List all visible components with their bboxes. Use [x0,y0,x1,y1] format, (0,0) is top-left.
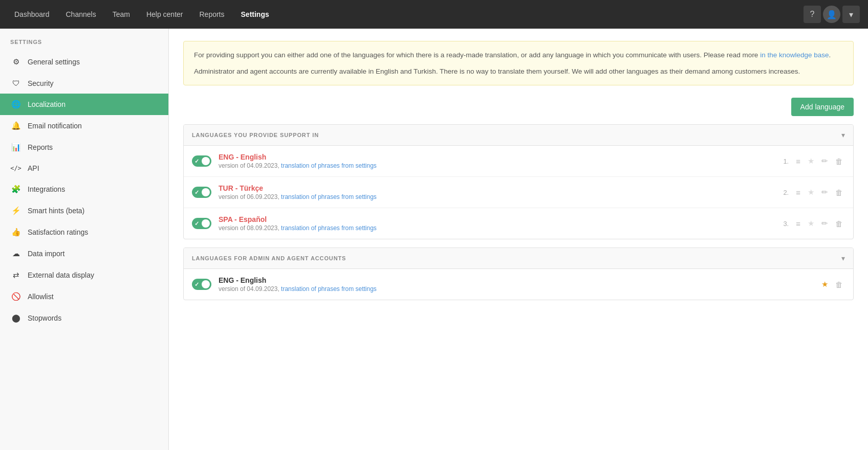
lang-name-admin-eng: ENG - English [219,276,812,284]
reorder-icon-eng[interactable]: ≡ [794,155,802,168]
bolt-icon: ⚡ [10,206,21,215]
admin-languages-section: LANGUAGES FOR ADMIN AND AGENT ACCOUNTS ▾… [183,248,854,300]
sidebar-item-email-notification[interactable]: 🔔 Email notification [0,115,168,137]
sidebar-item-satisfaction-ratings[interactable]: 👍 Satisfaction ratings [0,221,168,243]
lang-name-spa: SPA - Español [219,215,776,223]
sidebar-item-data-import[interactable]: ☁ Data import [0,243,168,264]
nav-help-center[interactable]: Help center [140,6,189,22]
language-row-admin-eng: ✓ ENG - English version of 04.09.2023, t… [184,269,853,300]
info-text-1: For providing support you can either add… [194,51,760,59]
sidebar-item-label: Integrations [28,185,65,193]
sidebar-heading: SETTINGS [0,39,168,51]
lang-num-eng: 1. [783,158,789,165]
toggle-tur[interactable]: ✓ [192,187,211,198]
star-icon-spa[interactable]: ★ [806,217,816,230]
chart-icon: 📊 [10,143,21,152]
sidebar-item-label: Stopwords [28,314,61,322]
chevron-down-icon[interactable]: ▾ [841,131,845,139]
info-text-3: Administrator and agent accounts are cur… [194,68,800,75]
sidebar-item-label: General settings [28,58,80,66]
nav-settings[interactable]: Settings [235,6,275,22]
toggle-admin-eng[interactable]: ✓ [192,279,211,290]
section-header-support: LANGUAGES YOU PROVIDE SUPPORT IN ▾ [184,125,853,146]
reorder-icon-spa[interactable]: ≡ [794,217,802,230]
sidebar-item-label: Email notification [28,122,82,130]
info-text-2: . [829,51,831,59]
lang-num-spa: 3. [783,220,789,228]
lang-actions-admin-eng: ★ 🗑 [819,278,845,291]
app-layout: SETTINGS ⚙ General settings 🛡 Security 🌐… [0,29,868,450]
sidebar-item-api[interactable]: </> API [0,158,168,178]
nav-dashboard[interactable]: Dashboard [8,6,56,22]
delete-icon-eng[interactable]: 🗑 [833,155,845,168]
knowledge-base-link[interactable]: in the knowledge base [760,51,829,59]
lang-info-admin-eng: ENG - English version of 04.09.2023, tra… [219,276,812,292]
block-icon: 🚫 [10,292,21,301]
sidebar-item-integrations[interactable]: 🧩 Integrations [0,178,168,200]
translation-link-spa[interactable]: translation of phrases from settings [281,224,377,232]
translation-link-admin-eng[interactable]: translation of phrases from settings [281,285,377,292]
lang-actions-tur: 2. ≡ ★ ✏ 🗑 [783,186,845,199]
support-languages-section: LANGUAGES YOU PROVIDE SUPPORT IN ▾ ✓ ENG… [183,124,854,239]
exchange-icon: ⇄ [10,271,21,280]
lang-version-spa: version of 08.09.2023, translation of ph… [219,224,776,232]
top-nav: Dashboard Channels Team Help center Repo… [0,0,868,29]
lang-actions-eng: 1. ≡ ★ ✏ 🗑 [783,154,845,168]
add-language-button[interactable]: Add language [791,98,854,116]
nav-channels[interactable]: Channels [60,6,102,22]
star-icon-admin-eng[interactable]: ★ [819,278,830,291]
toggle-spa[interactable]: ✓ [192,218,211,229]
sidebar-item-label: Data import [28,250,64,258]
translation-link-tur[interactable]: translation of phrases from settings [281,193,377,200]
sidebar-item-security[interactable]: 🛡 Security [0,73,168,94]
edit-icon-eng[interactable]: ✏ [819,154,830,168]
language-row-tur: ✓ TUR - Türkçe version of 06.09.2023, tr… [184,177,853,208]
globe-icon: 🌐 [10,100,21,109]
sidebar-item-label: Security [28,79,54,87]
lang-version-eng: version of 04.09.2023, translation of ph… [219,162,776,169]
lang-version-admin-eng: version of 04.09.2023, translation of ph… [219,285,812,292]
delete-icon-tur[interactable]: 🗑 [833,186,845,199]
user-avatar-button[interactable]: 👤 [823,6,840,23]
star-icon-eng[interactable]: ★ [806,154,816,168]
edit-icon-spa[interactable]: ✏ [819,217,830,230]
star-icon-tur[interactable]: ★ [806,186,816,199]
sidebar-item-label: Localization [28,100,66,108]
language-row-spa: ✓ SPA - Español version of 08.09.2023, t… [184,208,853,239]
sidebar-item-label: Smart hints (beta) [28,207,84,215]
lang-version-tur: version of 06.09.2023, translation of ph… [219,193,776,200]
delete-icon-spa[interactable]: 🗑 [833,217,845,230]
sidebar-item-label: API [28,164,39,172]
circle-icon: ⬤ [10,313,21,323]
sidebar: SETTINGS ⚙ General settings 🛡 Security 🌐… [0,29,169,450]
toggle-eng[interactable]: ✓ [192,155,211,167]
translation-link-eng[interactable]: translation of phrases from settings [281,162,377,169]
delete-icon-admin-eng[interactable]: 🗑 [833,278,845,291]
nav-reports[interactable]: Reports [193,6,230,22]
edit-icon-tur[interactable]: ✏ [819,186,830,199]
sidebar-item-general-settings[interactable]: ⚙ General settings [0,51,168,73]
sidebar-item-label: Satisfaction ratings [28,228,88,236]
reorder-icon-tur[interactable]: ≡ [794,186,802,199]
lang-name-eng: ENG - English [219,153,776,161]
sidebar-item-allowlist[interactable]: 🚫 Allowlist [0,286,168,307]
help-button[interactable]: ? [804,6,821,23]
puzzle-icon: 🧩 [10,185,21,194]
sidebar-item-localization[interactable]: 🌐 Localization [0,94,168,115]
language-row-eng: ✓ ENG - English version of 04.09.2023, t… [184,146,853,177]
chevron-down-icon-admin[interactable]: ▾ [841,254,845,262]
sidebar-item-reports[interactable]: 📊 Reports [0,137,168,158]
user-menu-button[interactable]: ▾ [842,6,860,23]
header-row: Add language [183,98,854,116]
lang-actions-spa: 3. ≡ ★ ✏ 🗑 [783,217,845,230]
sidebar-item-label: External data display [28,271,94,279]
nav-team[interactable]: Team [106,6,136,22]
sidebar-item-external-data[interactable]: ⇄ External data display [0,264,168,286]
lang-info-spa: SPA - Español version of 08.09.2023, tra… [219,215,776,232]
sidebar-item-smart-hints[interactable]: ⚡ Smart hints (beta) [0,200,168,221]
sidebar-item-stopwords[interactable]: ⬤ Stopwords [0,307,168,329]
top-nav-right: ? 👤 ▾ [804,6,860,23]
shield-icon: 🛡 [10,79,21,87]
lang-num-tur: 2. [783,189,789,196]
sidebar-item-label: Reports [28,143,53,151]
